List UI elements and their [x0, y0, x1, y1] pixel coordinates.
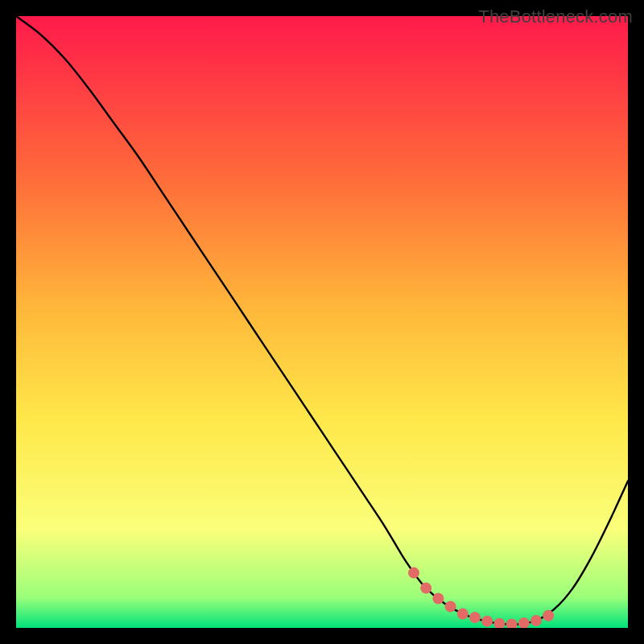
- optimal-marker: [493, 618, 505, 628]
- optimal-marker: [445, 601, 456, 612]
- optimal-marker: [530, 615, 542, 626]
- bottleneck-curve: [16, 16, 628, 625]
- optimal-range-markers: [408, 568, 554, 628]
- optimal-marker: [408, 568, 419, 579]
- optimal-marker: [432, 593, 444, 605]
- optimal-marker: [481, 616, 493, 627]
- optimal-marker: [543, 610, 554, 621]
- chart-curve-layer: [16, 16, 628, 628]
- optimal-marker: [506, 618, 518, 628]
- watermark-text: TheBottleneck.com: [478, 6, 633, 27]
- optimal-marker: [518, 617, 530, 628]
- optimal-marker: [420, 583, 431, 594]
- chart-plot-area: [16, 16, 628, 628]
- optimal-marker: [457, 609, 469, 620]
- optimal-marker: [469, 612, 481, 623]
